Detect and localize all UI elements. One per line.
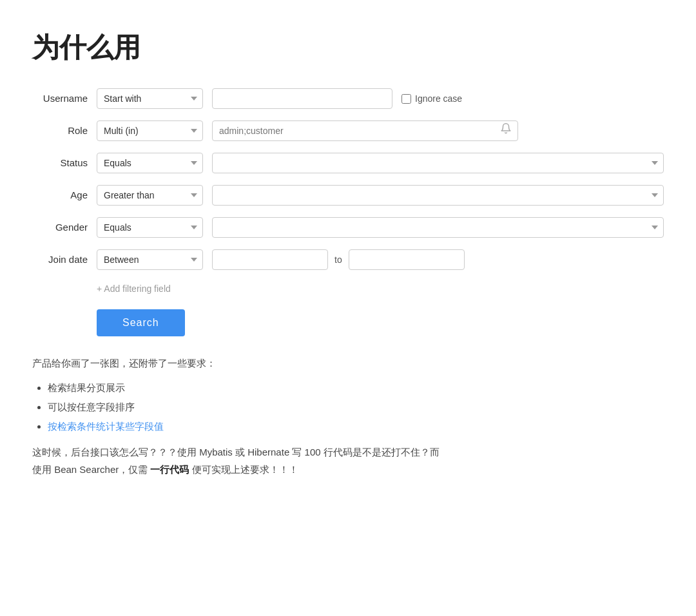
list-item-link[interactable]: 按检索条件统计某些字段值 [48,421,164,432]
date-range-wrapper: to [212,249,465,270]
search-button[interactable]: Search [97,309,185,336]
ignore-case-checkbox-label[interactable]: Ignore case [401,91,462,106]
age-row: Age Greater than Equals Less than Betwee… [32,185,664,206]
description-section: 产品给你画了一张图，还附带了一些要求： 检索结果分页展示 可以按任意字段排序 按… [32,356,664,478]
role-input-wrapper [212,120,518,141]
join-date-to-input[interactable] [349,249,465,270]
join-date-label: Join date [32,252,97,267]
status-label: Status [32,155,97,171]
age-value-select[interactable] [212,185,664,206]
to-separator: to [334,253,342,267]
username-label: Username [32,91,97,106]
highlight-text: 一行代码 [150,464,189,475]
username-value-input[interactable] [212,88,392,109]
add-filter-link[interactable]: + Add filtering field [97,282,664,296]
conclusion-part2: 使用 Bean Searcher，仅需 [32,464,150,475]
list-item: 可以按任意字段排序 [48,399,664,415]
join-date-operator-select[interactable]: Between Equals Greater than Less than [97,249,203,270]
status-value-select[interactable] [212,153,664,173]
role-row: Role Multi (in) Equals Not equals [32,120,664,141]
conclusion-text: 这时候，后台接口该怎么写？？？使用 Mybatis 或 Hibernate 写 … [32,443,664,478]
age-operator-select[interactable]: Greater than Equals Less than Between [97,185,203,206]
gender-value-select[interactable] [212,217,664,238]
join-date-row: Join date Between Equals Greater than Le… [32,249,664,270]
ignore-case-checkbox[interactable] [401,94,411,104]
join-date-from-input[interactable] [212,249,328,270]
role-label: Role [32,123,97,139]
status-operator-select[interactable]: Equals Not equals Greater than Less than [97,153,203,173]
age-label: Age [32,188,97,203]
role-operator-select[interactable]: Multi (in) Equals Not equals [97,120,203,141]
conclusion-part1: 这时候，后台接口该怎么写？？？使用 Mybatis 或 Hibernate 写 … [32,447,440,457]
list-item-text: 可以按任意字段排序 [48,401,135,412]
role-bell-icon [500,122,512,139]
username-operator-select[interactable]: Start with Equals Contains Ends with Gre… [97,88,203,109]
conclusion-part3: 便可实现上述要求！！！ [189,464,298,475]
bullet-list: 检索结果分页展示 可以按任意字段排序 按检索条件统计某些字段值 [32,380,664,434]
role-value-input[interactable] [212,120,518,141]
gender-operator-select[interactable]: Equals Not equals [97,217,203,238]
filter-form: Username Start with Equals Contains Ends… [32,88,664,336]
ignore-case-label: Ignore case [415,91,462,106]
username-row: Username Start with Equals Contains Ends… [32,88,664,109]
status-row: Status Equals Not equals Greater than Le… [32,153,664,173]
page-title: 为什么用 [32,26,664,69]
list-item-text: 检索结果分页展示 [48,382,125,393]
list-item: 检索结果分页展示 [48,380,664,396]
gender-label: Gender [32,220,97,235]
list-item: 按检索条件统计某些字段值 [48,419,664,434]
description-intro: 产品给你画了一张图，还附带了一些要求： [32,356,664,371]
gender-row: Gender Equals Not equals [32,217,664,238]
